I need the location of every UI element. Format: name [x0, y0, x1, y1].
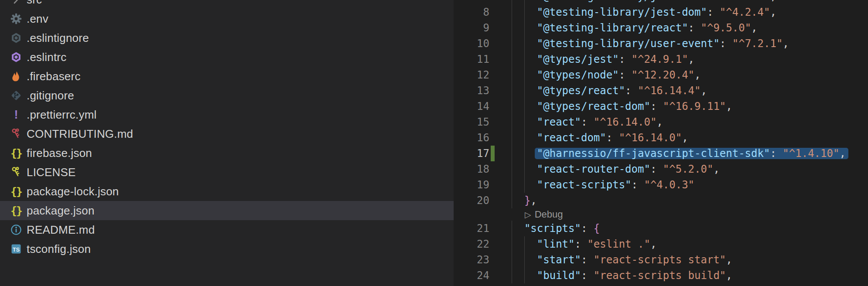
line-content[interactable]: "start": "react-scripts start",	[506, 252, 868, 268]
punctuation: ,	[751, 22, 757, 34]
line-content[interactable]: "lint": "eslint .",	[506, 236, 868, 252]
line-content[interactable]: "react-router-dom": "^5.2.0",	[506, 161, 868, 177]
code-line-20[interactable]: 20 },	[454, 193, 868, 208]
line-content[interactable]: "react-scripts": "^4.0.3"	[506, 177, 868, 193]
code-line-13[interactable]: 13 "@types/react": "^16.14.4",	[454, 83, 868, 99]
sidebar-item-license[interactable]: LICENSE	[0, 163, 454, 182]
indent-guide	[512, 36, 512, 51]
sidebar-item-contributing-md[interactable]: CONTRIBUTING.md	[0, 124, 454, 143]
code-line-12[interactable]: 12 "@types/node": "^12.20.4",	[454, 67, 868, 83]
code-line-11[interactable]: 11 "@types/jest": "^24.9.1",	[454, 51, 868, 67]
punctuation: :	[575, 238, 588, 250]
line-number[interactable]: 12	[454, 67, 506, 83]
line-number[interactable]: 15	[454, 114, 506, 130]
line-number[interactable]: 22	[454, 236, 506, 252]
code-line-8[interactable]: 8 "@testing-library/jest-dom": "^4.2.4",	[454, 4, 868, 20]
svg-text:TS: TS	[13, 247, 20, 253]
code-line-10[interactable]: 10 "@testing-library/user-event": "^7.2.…	[454, 36, 868, 51]
indent-guide	[524, 177, 525, 193]
sidebar-item-firebase-json[interactable]: {}firebase.json	[0, 143, 454, 163]
line-number[interactable]: 7	[454, 0, 506, 4]
json-value: "^1.4.10"	[783, 147, 839, 160]
vscode-window: src.env.eslintignore.eslintrc.firebaserc…	[0, 0, 868, 286]
code-editor[interactable]: 7 "@testing-library/jest-dom": "^4.2.4",…	[454, 0, 868, 286]
json-value: "^7.2.1"	[732, 37, 783, 50]
indent-guide	[524, 161, 525, 177]
codelens-debug-link[interactable]: ▷Debug	[506, 208, 563, 221]
code-line-18[interactable]: 18 "react-router-dom": "^5.2.0",	[454, 161, 868, 177]
keys-red-icon	[10, 127, 23, 140]
line-number[interactable]: 16	[454, 130, 506, 146]
line-number[interactable]: 18	[454, 161, 506, 177]
line-content[interactable]: "@testing-library/user-event": "^7.2.1",	[506, 36, 868, 51]
punctuation: ,	[770, 6, 776, 18]
sidebar-item-eslintrc[interactable]: .eslintrc	[0, 48, 454, 67]
punctuation: ,	[783, 37, 789, 50]
file-label: tsconfig.json	[27, 242, 91, 256]
line-number[interactable]: 19	[454, 177, 506, 193]
indent-guide	[524, 236, 525, 252]
line-content[interactable]: "@types/react": "^16.14.4",	[506, 83, 868, 99]
line-number[interactable]: 17	[454, 146, 506, 161]
indent-guide	[512, 193, 512, 208]
sidebar-item-src[interactable]: src	[0, 0, 454, 9]
code-line-24[interactable]: 24 "build": "react-scripts build",	[454, 268, 868, 283]
line-number[interactable]: 13	[454, 83, 506, 99]
line-number[interactable]: 21	[454, 221, 506, 236]
sidebar-item-firebaserc[interactable]: .firebaserc	[0, 67, 454, 86]
sidebar-item-prettierrc-yml[interactable]: !.prettierrc.yml	[0, 105, 454, 124]
sidebar-item-tsconfig-json[interactable]: TStsconfig.json	[0, 239, 454, 259]
sidebar-item-package-json[interactable]: {}package.json	[0, 201, 454, 220]
line-content[interactable]: "@testing-library/jest-dom": "^4.2.4",	[506, 0, 868, 4]
line-content[interactable]: "@types/node": "^12.20.4",	[506, 67, 868, 83]
line-number[interactable]: 14	[454, 99, 506, 114]
code-line-16[interactable]: 16 "react-dom": "^16.14.0",	[454, 130, 868, 146]
code-line-15[interactable]: 15 "react": "^16.14.0",	[454, 114, 868, 130]
code-line-17[interactable]: 17 "@harnessio/ff-javascript-client-sdk"…	[454, 146, 868, 161]
line-content[interactable]: "@types/react-dom": "^16.9.11",	[506, 99, 868, 114]
line-number[interactable]: 11	[454, 51, 506, 67]
line-content[interactable]: "react-dom": "^16.14.0",	[506, 130, 868, 146]
codelens-label: Debug	[535, 209, 563, 220]
line-number[interactable]: 8	[454, 4, 506, 20]
code-line-14[interactable]: 14 "@types/react-dom": "^16.9.11",	[454, 99, 868, 114]
indent-guide	[512, 83, 512, 99]
line-content[interactable]: },	[506, 193, 868, 208]
keys-yellow-icon	[10, 166, 23, 179]
line-content[interactable]: "@testing-library/jest-dom": "^4.2.4",	[506, 4, 868, 20]
code-line-23[interactable]: 23 "start": "react-scripts start",	[454, 252, 868, 268]
sidebar-item-readme-md[interactable]: README.md	[0, 220, 454, 239]
code-line-22[interactable]: 22 "lint": "eslint .",	[454, 236, 868, 252]
sidebar-item-gitignore[interactable]: .gitignore	[0, 86, 454, 105]
line-number[interactable]: 20	[454, 193, 506, 208]
line-number[interactable]: 9	[454, 20, 506, 36]
json-value: "^12.20.4"	[632, 69, 695, 81]
sidebar-item-env[interactable]: .env	[0, 9, 454, 28]
code-line-7[interactable]: 7 "@testing-library/jest-dom": "^4.2.4",	[454, 0, 868, 4]
line-number[interactable]: 10	[454, 36, 506, 51]
json-value: "^4.0.3"	[644, 179, 694, 191]
line-content[interactable]: "scripts": {	[506, 221, 868, 236]
line-content[interactable]: "@harnessio/ff-javascript-client-sdk": "…	[506, 146, 868, 161]
git-icon	[10, 89, 23, 102]
indent-guide	[512, 268, 512, 283]
sidebar-item-eslintignore[interactable]: .eslintignore	[0, 28, 454, 48]
line-number[interactable]: 23	[454, 252, 506, 268]
punctuation: ,	[770, 0, 776, 3]
code-line-19[interactable]: 19 "react-scripts": "^4.0.3"	[454, 177, 868, 193]
line-number[interactable]: 24	[454, 268, 506, 283]
line-content[interactable]: "build": "react-scripts build",	[506, 268, 868, 283]
line-content[interactable]: "react": "^16.14.0",	[506, 114, 868, 130]
punctuation: :	[619, 69, 632, 81]
line-content[interactable]: "@testing-library/react": "^9.5.0",	[506, 20, 868, 36]
code-line-9[interactable]: 9 "@testing-library/react": "^9.5.0",	[454, 20, 868, 36]
line-content[interactable]: "@types/jest": "^24.9.1",	[506, 51, 868, 67]
json-key: "react-dom"	[537, 132, 606, 144]
explorer-sidebar: src.env.eslintignore.eslintrc.firebaserc…	[0, 0, 454, 286]
braces-icon: {}	[10, 185, 23, 198]
sidebar-item-package-lock-json[interactable]: {}package-lock.json	[0, 182, 454, 201]
code-line-21[interactable]: 21 "scripts": {	[454, 221, 868, 236]
indent-guide	[512, 4, 512, 20]
json-value: "^4.2.4"	[720, 0, 770, 3]
code-lines: 7 "@testing-library/jest-dom": "^4.2.4",…	[454, 0, 868, 283]
